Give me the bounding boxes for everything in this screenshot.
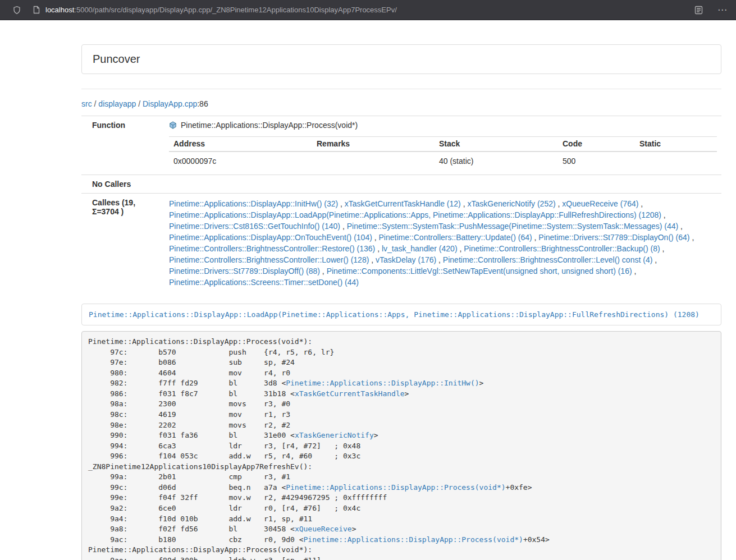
function-row: Function Pinetime::Applications::Display… bbox=[81, 116, 721, 175]
code-line: 990: f031 fa36 bl 31e00 <xTaskGenericNot… bbox=[88, 431, 378, 439]
stats-value-row: 0x0000097c40 (static)500 bbox=[169, 152, 717, 170]
code-line: 9a2: 6ce0 ldr r0, [r4, #76] ; 0x4c bbox=[88, 504, 360, 512]
code-line: 9a4: f10d 010b add.w r1, sp, #11 bbox=[88, 515, 312, 523]
selected-callee-link[interactable]: Pinetime::Applications::DisplayApp::Load… bbox=[89, 310, 700, 319]
code-symbol-link[interactable]: Pinetime::Applications::DisplayApp::Proc… bbox=[304, 535, 523, 544]
symbol-type-icon bbox=[169, 121, 177, 131]
menu-icon[interactable]: ⋯ bbox=[717, 4, 728, 16]
callee-link[interactable]: Pinetime::Controllers::BrightnessControl… bbox=[443, 255, 652, 264]
breadcrumb-link[interactable]: displayapp bbox=[98, 99, 136, 108]
url-host: localhost bbox=[45, 6, 74, 14]
stats-column-header: Code bbox=[558, 137, 635, 152]
callee-link[interactable]: Pinetime::Controllers::BrightnessControl… bbox=[169, 244, 375, 253]
no-callers-label: No Callers bbox=[81, 175, 164, 194]
page-header-panel: Puncover bbox=[81, 44, 721, 74]
code-symbol-link[interactable]: xTaskGetCurrentTaskHandle bbox=[295, 389, 405, 398]
code-line: 980: 4604 mov r4, r0 bbox=[88, 369, 290, 377]
callee-link[interactable]: vTaskDelay (176) bbox=[376, 255, 436, 264]
stats-column-header: Static bbox=[635, 137, 717, 152]
no-callers-cell bbox=[164, 175, 721, 194]
code-line: 9a8: f02f fd56 bl 30458 <xQueueReceive> bbox=[88, 525, 356, 533]
callee-link[interactable]: Pinetime::Components::LittleVgl::SetNewT… bbox=[327, 267, 632, 276]
callee-link[interactable]: Pinetime::System::SystemTask::PushMessag… bbox=[347, 222, 679, 231]
function-table: Function Pinetime::Applications::Display… bbox=[81, 116, 721, 292]
code-line: 9ae: f89d 300b ldrb.w r3, [sp, #11] bbox=[88, 556, 321, 560]
page-container: Puncover src / displayapp / DisplayApp.c… bbox=[81, 44, 721, 560]
callees-label: Callees (19, Σ=3704 ) bbox=[81, 194, 164, 293]
stats-value: 40 (static) bbox=[435, 152, 558, 170]
code-symbol-link[interactable]: xTaskGenericNotify bbox=[295, 431, 374, 439]
shield-icon[interactable] bbox=[12, 6, 21, 15]
stats-value bbox=[312, 152, 435, 170]
reader-view-icon[interactable] bbox=[694, 6, 703, 15]
url-path: :5000/path/src/displayapp/DisplayApp.cpp… bbox=[74, 6, 397, 14]
address-bar[interactable]: localhost:5000/path/src/displayapp/Displ… bbox=[45, 6, 694, 14]
code-line: Pinetime::Applications::DisplayApp::Proc… bbox=[88, 337, 312, 346]
code-line: 99e: f04f 32ff mov.w r2, #4294967295 ; 0… bbox=[88, 493, 387, 502]
code-line: 982: f7ff fd29 bl 3d8 <Pinetime::Applica… bbox=[88, 379, 483, 387]
code-line: 994: 6ca3 ldr r3, [r4, #72] ; 0x48 bbox=[88, 442, 360, 450]
callee-link[interactable]: lv_task_handler (420) bbox=[382, 244, 458, 253]
code-line: 98c: 4619 mov r1, r3 bbox=[88, 410, 290, 419]
code-line: 986: f031 f8c7 bl 31b18 <xTaskGetCurrent… bbox=[88, 389, 409, 398]
divider bbox=[81, 89, 721, 89]
breadcrumb-link[interactable]: DisplayApp.cpp bbox=[143, 99, 197, 108]
function-cell: Pinetime::Applications::DisplayApp::Proc… bbox=[164, 116, 721, 175]
browser-chrome: localhost:5000/path/src/displayapp/Displ… bbox=[0, 0, 736, 20]
callee-link[interactable]: xTaskGetCurrentTaskHandle (12) bbox=[345, 199, 461, 208]
function-line: Pinetime::Applications::DisplayApp::Proc… bbox=[169, 121, 717, 131]
no-callers-row: No Callers bbox=[81, 175, 721, 194]
stats-column-header: Remarks bbox=[312, 137, 435, 152]
stats-column-header: Stack bbox=[435, 137, 558, 152]
code-symbol-link[interactable]: Pinetime::Applications::DisplayApp::Init… bbox=[286, 379, 479, 387]
code-line: 99a: 2b01 cmp r3, #1 bbox=[88, 472, 290, 481]
callee-link[interactable]: Pinetime::Drivers::St7789::DisplayOn() (… bbox=[538, 233, 689, 242]
callee-link[interactable]: Pinetime::Applications::DisplayApp::Init… bbox=[169, 199, 338, 208]
code-line: 97c: b570 push {r4, r5, r6, lr} bbox=[88, 348, 334, 356]
callee-link[interactable]: Pinetime::Controllers::BrightnessControl… bbox=[169, 255, 369, 264]
code-line: 98e: 2202 movs r2, #2 bbox=[88, 421, 290, 429]
callee-link[interactable]: xTaskGenericNotify (252) bbox=[467, 199, 555, 208]
page-title: Puncover bbox=[93, 53, 140, 65]
code-line: 97e: b086 sub sp, #24 bbox=[88, 358, 295, 366]
code-symbol-link[interactable]: xQueueReceive bbox=[295, 525, 352, 533]
callee-link[interactable]: Pinetime::Applications::DisplayApp::Load… bbox=[169, 210, 661, 219]
callees-row: Callees (19, Σ=3704 ) Pinetime::Applicat… bbox=[81, 194, 721, 293]
callee-link[interactable]: Pinetime::Controllers::BrightnessControl… bbox=[464, 244, 660, 253]
callee-link[interactable]: Pinetime::Drivers::Cst816S::GetTouchInfo… bbox=[169, 222, 340, 231]
page-icon[interactable] bbox=[33, 6, 40, 14]
breadcrumb-link[interactable]: src bbox=[81, 99, 92, 108]
callees-cell: Pinetime::Applications::DisplayApp::Init… bbox=[164, 194, 721, 293]
stats-column-header: Address bbox=[169, 137, 312, 152]
function-label: Function bbox=[81, 116, 164, 175]
breadcrumb-separator: / bbox=[92, 99, 99, 108]
code-line: _ZN8Pinetime12Applications10DisplayApp7R… bbox=[88, 462, 312, 471]
callee-link[interactable]: xQueueReceive (764) bbox=[562, 199, 638, 208]
stats-table: AddressRemarksStackCodeStatic 0x0000097c… bbox=[169, 136, 717, 170]
stats-header-row: AddressRemarksStackCodeStatic bbox=[169, 137, 717, 152]
stats-value: 500 bbox=[558, 152, 635, 170]
code-line: 98a: 2300 movs r3, #0 bbox=[88, 400, 290, 408]
stats-value bbox=[635, 152, 717, 170]
code-line: 996: f104 053c add.w r5, r4, #60 ; 0x3c bbox=[88, 452, 360, 460]
disassembly-pre: Pinetime::Applications::DisplayApp::Proc… bbox=[81, 331, 721, 560]
callee-link[interactable]: Pinetime::Controllers::Battery::Update()… bbox=[379, 233, 532, 242]
code-line: 99c: d06d beq.n a7a <Pinetime::Applicati… bbox=[88, 483, 532, 492]
function-name: Pinetime::Applications::DisplayApp::Proc… bbox=[181, 121, 358, 130]
selected-callee-box: Pinetime::Applications::DisplayApp::Load… bbox=[81, 304, 721, 325]
code-symbol-link[interactable]: Pinetime::Applications::DisplayApp::Proc… bbox=[286, 483, 505, 492]
breadcrumb-separator: / bbox=[136, 99, 143, 108]
code-line: Pinetime::Applications::DisplayApp::Proc… bbox=[88, 545, 312, 554]
stats-value: 0x0000097c bbox=[169, 152, 312, 170]
callee-link[interactable]: Pinetime::Applications::Screens::Timer::… bbox=[169, 278, 359, 287]
callee-link[interactable]: Pinetime::Drivers::St7789::DisplayOff() … bbox=[169, 267, 320, 276]
breadcrumb: src / displayapp / DisplayApp.cpp:86 bbox=[81, 99, 721, 108]
callee-link[interactable]: Pinetime::Applications::DisplayApp::OnTo… bbox=[169, 233, 372, 242]
breadcrumb-line-number: :86 bbox=[197, 99, 208, 108]
code-line: 9ac: b180 cbz r0, 9d0 <Pinetime::Applica… bbox=[88, 535, 550, 544]
